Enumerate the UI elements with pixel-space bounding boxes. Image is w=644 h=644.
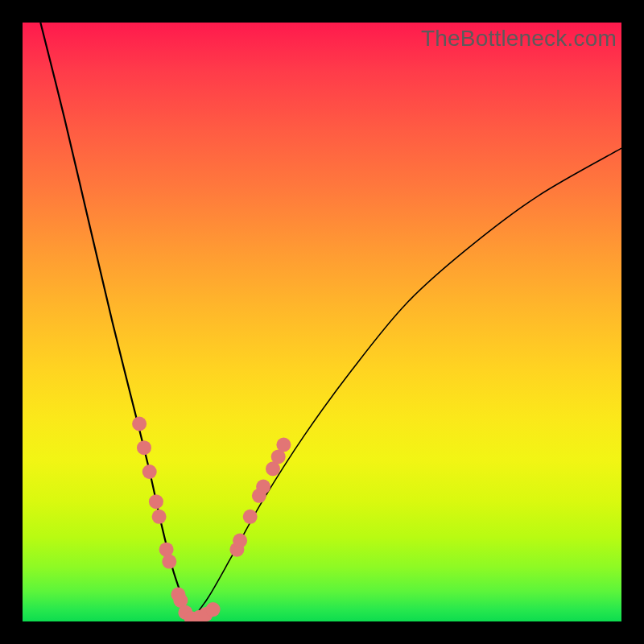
data-marker <box>276 438 291 452</box>
data-marker <box>132 417 147 431</box>
chart-overlay <box>23 23 621 621</box>
data-marker <box>142 464 157 479</box>
data-marker <box>149 494 163 509</box>
curve-right-path <box>190 148 621 621</box>
data-marker <box>243 510 258 524</box>
outer-frame: TheBottleneck.com <box>0 0 644 644</box>
plot-area: TheBottleneck.com <box>23 23 621 621</box>
data-marker <box>137 440 151 455</box>
data-marker <box>152 510 167 524</box>
marker-group <box>132 417 291 622</box>
curve-left-path <box>40 23 190 621</box>
data-marker <box>256 480 270 494</box>
data-marker <box>233 534 247 548</box>
data-marker <box>162 555 176 569</box>
data-marker <box>206 602 221 617</box>
